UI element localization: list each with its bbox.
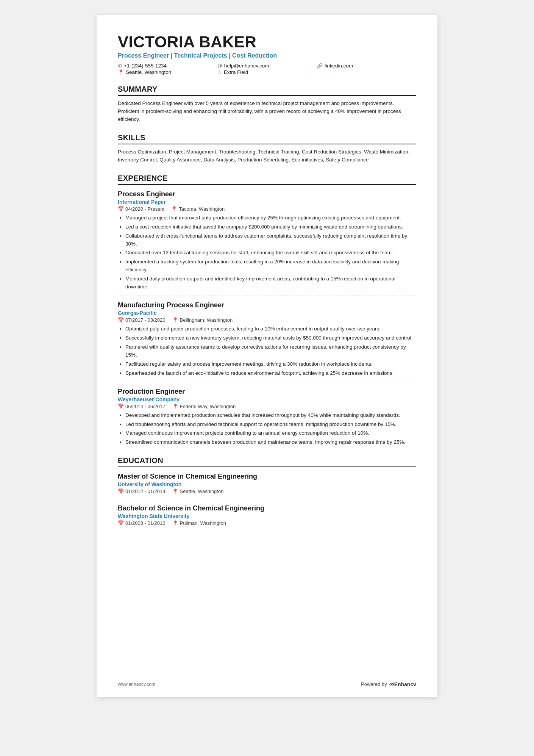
candidate-name: VICTORIA BAKER	[118, 33, 416, 51]
location-contact: 📍 Seattle, Washington	[118, 69, 217, 75]
job-1-company: International Paper	[118, 199, 416, 205]
calendar-icon-2: 📅	[118, 317, 124, 323]
extra-value: Extra Field	[224, 69, 248, 75]
summary-title: SUMMARY	[118, 85, 416, 96]
list-item: Partnered with quality assurance teams t…	[125, 343, 416, 359]
degree-2: Bachelor of Science in Chemical Engineer…	[118, 504, 416, 526]
powered-by-label: Powered by	[361, 681, 387, 687]
footer-brand: Powered by ∞ Enhancv	[361, 680, 416, 688]
contact-grid: ✆ +1-(234)-555-1234 @ help@enhancv.com 🔗…	[118, 63, 416, 75]
experience-section: EXPERIENCE Process Engineer Internationa…	[118, 174, 416, 447]
email-contact: @ help@enhancv.com	[217, 63, 317, 69]
skills-title: SKILLS	[118, 133, 416, 144]
degree-1-title: Master of Science in Chemical Engineerin…	[118, 473, 416, 481]
enhancv-logo: ∞ Enhancv	[389, 680, 416, 688]
job-3-dates: 06/2014 - 06/2017	[125, 404, 166, 409]
job-2: Manufacturing Process Engineer Georgia-P…	[118, 301, 416, 377]
summary-text: Dedicated Process Engineer with over 5 y…	[118, 100, 416, 124]
list-item: Managed a project that improved pulp pro…	[125, 214, 416, 222]
skills-section: SKILLS Process Optimization, Project Man…	[118, 133, 416, 164]
job-3-dates-item: 📅 06/2014 - 06/2017	[118, 404, 166, 409]
phone-icon: ✆	[118, 63, 122, 69]
degree-1-location: Seattle, Washington	[180, 488, 224, 494]
location-icon: 📍	[118, 69, 124, 75]
calendar-icon-edu-1: 📅	[118, 488, 124, 494]
pin-icon-edu-1: 📍	[172, 488, 178, 494]
phone-value: +1-(234)-555-1234	[124, 63, 167, 69]
degree-1-dates-item: 📅 01/2012 - 01/2014	[118, 488, 166, 494]
list-item: Spearheaded the launch of an eco-initiat…	[125, 369, 416, 377]
star-icon: ☆	[217, 69, 222, 75]
linkedin-contact: 🔗 linkedin.com	[317, 63, 416, 69]
phone-contact: ✆ +1-(234)-555-1234	[118, 63, 217, 69]
logo-icon: ∞	[389, 680, 393, 688]
job-1-bullets: Managed a project that improved pulp pro…	[118, 214, 416, 291]
job-2-dates-item: 📅 07/2017 - 03/2020	[118, 317, 166, 323]
calendar-icon-1: 📅	[118, 206, 124, 212]
list-item: Optimized pulp and paper production proc…	[125, 325, 416, 333]
job-2-location: Bellingham, Washington	[180, 317, 233, 323]
job-2-company: Georgia-Pacific	[118, 310, 416, 316]
job-3: Production Engineer Weyerhaeuser Company…	[118, 388, 416, 447]
calendar-icon-3: 📅	[118, 404, 124, 409]
job-2-location-item: 📍 Bellingham, Washington	[172, 317, 233, 323]
calendar-icon-edu-2: 📅	[118, 520, 124, 526]
degree-1-location-item: 📍 Seattle, Washington	[172, 488, 224, 494]
list-item: Facilitated regular safety and process i…	[125, 360, 416, 368]
job-3-bullets: Developed and implemented production sch…	[118, 412, 416, 447]
job-1-dates: 04/2020 - Present	[125, 206, 164, 212]
job-3-location-item: 📍 Federal Way, Washington	[172, 404, 236, 409]
job-3-meta: 📅 06/2014 - 06/2017 📍 Federal Way, Washi…	[118, 404, 416, 409]
degree-2-location-item: 📍 Pullman, Washington	[172, 520, 226, 526]
list-item: Managed continuous improvement projects …	[125, 429, 416, 437]
candidate-tagline: Process Engineer | Technical Projects | …	[118, 52, 416, 59]
job-2-bullets: Optimized pulp and paper production proc…	[118, 325, 416, 377]
job-3-location: Federal Way, Washington	[180, 404, 236, 409]
job-1: Process Engineer International Paper 📅 0…	[118, 190, 416, 291]
degree-1: Master of Science in Chemical Engineerin…	[118, 473, 416, 494]
job-1-title: Process Engineer	[118, 190, 416, 198]
degree-1-dates: 01/2012 - 01/2014	[125, 488, 166, 494]
experience-title: EXPERIENCE	[118, 174, 416, 185]
degree-1-school: University of Washington	[118, 481, 416, 487]
location-value: Seattle, Washington	[126, 69, 171, 75]
job-2-title: Manufacturing Process Engineer	[118, 301, 416, 309]
header: VICTORIA BAKER Process Engineer | Techni…	[118, 33, 416, 75]
job-1-dates-item: 📅 04/2020 - Present	[118, 206, 164, 212]
job-2-meta: 📅 07/2017 - 03/2020 📍 Bellingham, Washin…	[118, 317, 416, 323]
education-title: EDUCATION	[118, 456, 416, 467]
page-footer: www.enhancv.com Powered by ∞ Enhancv	[118, 680, 416, 688]
resume-container: VICTORIA BAKER Process Engineer | Techni…	[97, 15, 437, 697]
extra-contact: ☆ Extra Field	[217, 69, 317, 75]
degree-1-meta: 📅 01/2012 - 01/2014 📍 Seattle, Washingto…	[118, 488, 416, 494]
degree-2-location: Pullman, Washington	[180, 520, 226, 526]
list-item: Led a cost reduction initiative that sav…	[125, 223, 416, 231]
email-value: help@enhancv.com	[224, 63, 269, 69]
list-item: Successfully implemented a new inventory…	[125, 334, 416, 342]
job-3-title: Production Engineer	[118, 388, 416, 396]
list-item: Monitored daily production outputs and i…	[125, 275, 416, 291]
linkedin-icon: 🔗	[317, 63, 323, 69]
email-icon: @	[217, 63, 222, 69]
degree-2-dates: 01/2008 - 01/2012	[125, 520, 166, 526]
pin-icon-3: 📍	[172, 404, 178, 409]
degree-2-school: Washington State University	[118, 513, 416, 519]
education-section: EDUCATION Master of Science in Chemical …	[118, 456, 416, 526]
list-item: Conducted over 12 technical training ses…	[125, 249, 416, 257]
degree-2-dates-item: 📅 01/2008 - 01/2012	[118, 520, 166, 526]
list-item: Streamlined communication channels betwe…	[125, 438, 416, 446]
job-1-meta: 📅 04/2020 - Present 📍 Tacoma, Washington	[118, 206, 416, 212]
job-3-company: Weyerhaeuser Company	[118, 396, 416, 402]
skills-text: Process Optimization, Project Management…	[118, 148, 416, 164]
pin-icon-1: 📍	[171, 206, 177, 212]
job-1-location-item: 📍 Tacoma, Washington	[171, 206, 225, 212]
summary-section: SUMMARY Dedicated Process Engineer with …	[118, 85, 416, 124]
job-2-dates: 07/2017 - 03/2020	[125, 317, 166, 323]
pin-icon-2: 📍	[172, 317, 178, 323]
degree-2-meta: 📅 01/2008 - 01/2012 📍 Pullman, Washingto…	[118, 520, 416, 526]
list-item: Developed and implemented production sch…	[125, 412, 416, 419]
list-item: Implemented a tracking system for produc…	[125, 258, 416, 274]
job-1-location: Tacoma, Washington	[179, 206, 225, 212]
pin-icon-edu-2: 📍	[172, 520, 178, 526]
linkedin-value: linkedin.com	[325, 63, 353, 69]
